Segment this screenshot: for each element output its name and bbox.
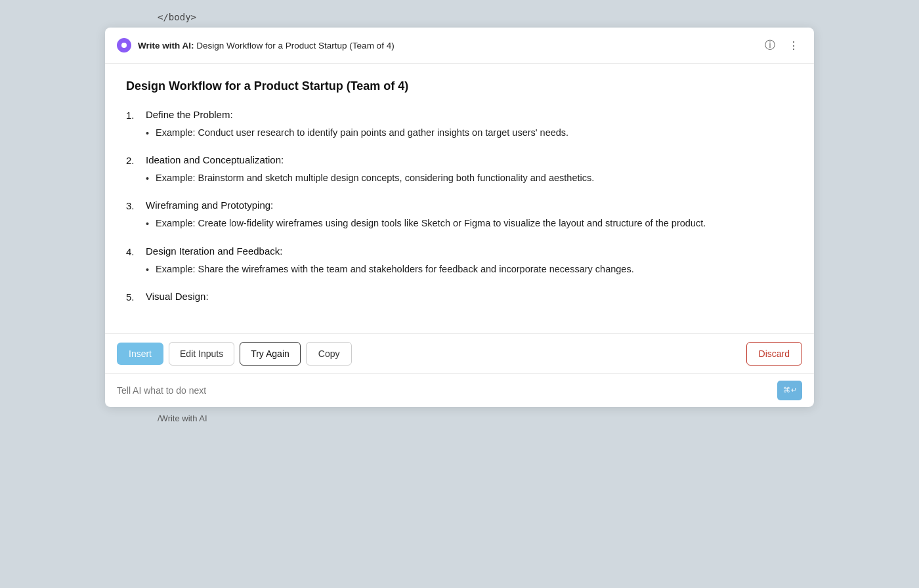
list-item: Visual Design:: [126, 291, 793, 307]
ai-icon: [117, 38, 131, 52]
more-button[interactable]: ⋮: [785, 37, 802, 54]
list-item-title: Define the Problem:: [146, 109, 793, 120]
list-item: Ideation and Conceptualization: Example:…: [126, 154, 793, 186]
edit-inputs-button[interactable]: Edit Inputs: [169, 342, 234, 366]
list-item: Define the Problem: Example: Conduct use…: [126, 109, 793, 141]
list-item-title: Ideation and Conceptualization:: [146, 154, 793, 165]
panel-header: Write with AI: Design Workflow for a Pro…: [105, 28, 814, 64]
bullet-item: Example: Create low-fidelity wireframes …: [146, 216, 793, 232]
list-item-title: Design Iteration and Feedback:: [146, 245, 793, 257]
list-item: Design Iteration and Feedback: Example: …: [126, 245, 793, 278]
action-bar: Insert Edit Inputs Try Again Copy Discar…: [105, 333, 814, 373]
bottom-label: /Write with AI: [105, 407, 207, 423]
list-item-title: Visual Design:: [146, 291, 793, 302]
code-tag: </body>: [105, 0, 196, 28]
info-icon: ⓘ: [765, 39, 775, 52]
tell-ai-input[interactable]: [117, 385, 771, 396]
list-item-title: Wireframing and Prototyping:: [146, 200, 793, 211]
bullet-item: Example: Share the wireframes with the t…: [146, 262, 793, 278]
discard-button[interactable]: Discard: [746, 342, 802, 366]
header-title: Write with AI: Design Workflow for a Pro…: [138, 41, 755, 51]
header-actions: ⓘ ⋮: [761, 37, 802, 54]
info-button[interactable]: ⓘ: [761, 37, 779, 54]
numbered-list: Define the Problem: Example: Conduct use…: [126, 109, 793, 307]
bullet-item: Example: Brainstorm and sketch multiple …: [146, 171, 793, 186]
ai-panel: Write with AI: Design Workflow for a Pro…: [105, 28, 814, 407]
more-icon: ⋮: [788, 39, 799, 52]
copy-button[interactable]: Copy: [306, 342, 353, 366]
try-again-button[interactable]: Try Again: [240, 342, 301, 366]
doc-title: Design Workflow for a Product Startup (T…: [126, 79, 793, 93]
tell-ai-bar: ⌘ ↵: [105, 373, 814, 407]
insert-button[interactable]: Insert: [117, 343, 163, 365]
return-icon: ↵: [791, 386, 797, 394]
bullet-item: Example: Conduct user research to identi…: [146, 125, 793, 141]
cmd-icon: ⌘: [783, 386, 790, 394]
content-area[interactable]: Design Workflow for a Product Startup (T…: [105, 64, 814, 333]
svg-point-1: [121, 43, 127, 48]
send-button[interactable]: ⌘ ↵: [777, 381, 802, 400]
list-item: Wireframing and Prototyping: Example: Cr…: [126, 200, 793, 232]
